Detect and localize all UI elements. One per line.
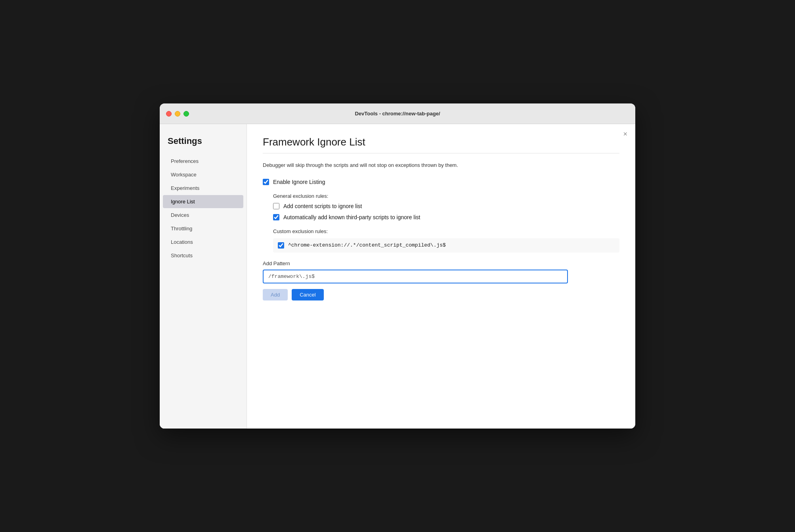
sidebar: Settings Preferences Workspace Experimen… [160, 124, 247, 429]
button-row: Add Cancel [263, 289, 619, 300]
devtools-window: DevTools - chrome://new-tab-page/ Settin… [160, 103, 635, 429]
pattern-input[interactable] [263, 270, 568, 283]
close-icon[interactable]: × [623, 130, 627, 138]
enable-ignore-listing-checkbox[interactable] [263, 179, 269, 185]
custom-rule-checkbox[interactable] [278, 242, 284, 249]
add-pattern-label: Add Pattern [263, 260, 619, 266]
sidebar-item-workspace[interactable]: Workspace [163, 168, 243, 181]
add-content-scripts-label[interactable]: Add content scripts to ignore list [283, 203, 362, 209]
main-panel: × Framework Ignore List Debugger will sk… [247, 124, 635, 429]
sidebar-item-preferences[interactable]: Preferences [163, 155, 243, 168]
add-known-third-party-label[interactable]: Automatically add known third-party scri… [283, 214, 420, 220]
maximize-button[interactable] [183, 111, 189, 117]
add-known-third-party-checkbox[interactable] [273, 214, 279, 220]
sidebar-item-experiments[interactable]: Experiments [163, 182, 243, 195]
add-button[interactable]: Add [263, 289, 288, 300]
window-title: DevTools - chrome://new-tab-page/ [355, 111, 440, 117]
add-pattern-section: Add Pattern Add Cancel [263, 260, 619, 300]
enable-ignore-listing-row: Enable Ignore Listing [263, 179, 619, 185]
traffic-lights [166, 111, 189, 117]
sidebar-item-ignore-list[interactable]: Ignore List [163, 195, 243, 208]
sidebar-item-devices[interactable]: Devices [163, 209, 243, 222]
page-title: Framework Ignore List [263, 136, 619, 148]
custom-rule-row: ^chrome-extension://.*/content_script_co… [273, 238, 619, 253]
title-divider [263, 153, 619, 153]
content-area: Settings Preferences Workspace Experimen… [160, 124, 635, 429]
close-button[interactable] [166, 111, 172, 117]
add-known-third-party-row: Automatically add known third-party scri… [273, 214, 619, 220]
add-content-scripts-checkbox[interactable] [273, 203, 279, 209]
custom-rule-label[interactable]: ^chrome-extension://.*/content_script_co… [288, 242, 446, 248]
settings-heading: Settings [160, 132, 247, 154]
sidebar-item-shortcuts[interactable]: Shortcuts [163, 249, 243, 262]
custom-exclusion-section: Custom exclusion rules: ^chrome-extensio… [273, 228, 619, 253]
general-exclusion-section: General exclusion rules: Add content scr… [273, 193, 619, 220]
add-content-scripts-row: Add content scripts to ignore list [273, 203, 619, 209]
custom-exclusion-label: Custom exclusion rules: [273, 228, 619, 234]
sidebar-item-throttling[interactable]: Throttling [163, 222, 243, 235]
titlebar: DevTools - chrome://new-tab-page/ [160, 103, 635, 124]
cancel-button[interactable]: Cancel [292, 289, 323, 300]
general-exclusion-label: General exclusion rules: [273, 193, 619, 199]
minimize-button[interactable] [175, 111, 180, 117]
enable-ignore-listing-label[interactable]: Enable Ignore Listing [273, 179, 325, 185]
sidebar-item-locations[interactable]: Locations [163, 235, 243, 249]
page-description: Debugger will skip through the scripts a… [263, 161, 619, 169]
